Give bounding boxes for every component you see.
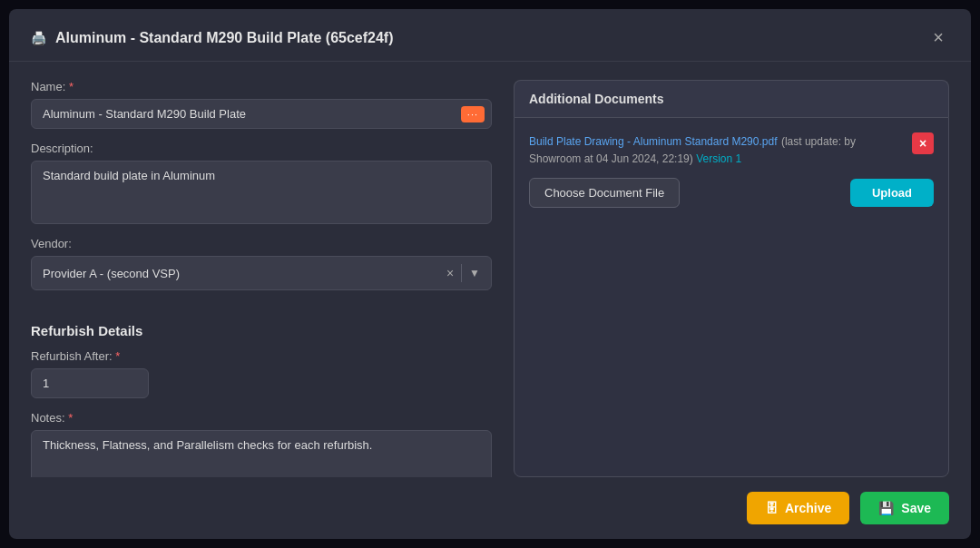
vendor-label: Vendor: bbox=[31, 237, 492, 250]
description-field-group: Description: Standard build plate in Alu… bbox=[31, 142, 492, 224]
name-field-group: Name: ··· bbox=[31, 80, 492, 129]
archive-button[interactable]: 🗄 Archive bbox=[747, 492, 849, 524]
doc-version: Version 1 bbox=[696, 152, 741, 165]
save-icon: 💾 bbox=[878, 501, 894, 515]
description-input[interactable]: Standard build plate in Aluminum bbox=[31, 161, 492, 224]
name-label: Name: bbox=[31, 80, 492, 93]
refurbish-after-field-group: Refurbish After: bbox=[31, 349, 492, 398]
name-input[interactable] bbox=[31, 99, 492, 129]
vendor-divider bbox=[461, 264, 462, 282]
save-button[interactable]: 💾 Save bbox=[860, 492, 949, 524]
vendor-field-group: Vendor: Provider A - (second VSP) × ▼ bbox=[31, 237, 492, 290]
modal-overlay: 🖨️ Aluminum - Standard M290 Build Plate … bbox=[0, 0, 980, 548]
choose-file-button[interactable]: Choose Document File bbox=[529, 178, 680, 208]
close-button[interactable]: × bbox=[927, 25, 949, 50]
modal-dialog: 🖨️ Aluminum - Standard M290 Build Plate … bbox=[9, 9, 971, 539]
vendor-value: Provider A - (second VSP) bbox=[43, 267, 443, 280]
modal-body: Name: ··· Description: Standard build pl… bbox=[9, 62, 971, 477]
notes-input[interactable]: Thickness, Flatness, and Parallelism che… bbox=[31, 430, 492, 477]
doc-remove-button[interactable]: × bbox=[912, 132, 934, 154]
doc-info-block: Build Plate Drawing - Aluminum Standard … bbox=[529, 132, 905, 167]
right-panel: Additional Documents Build Plate Drawing… bbox=[514, 80, 949, 477]
modal-title-icon: 🖨️ bbox=[31, 31, 46, 45]
vendor-select-wrapper: Provider A - (second VSP) × ▼ bbox=[31, 256, 492, 290]
name-options-button[interactable]: ··· bbox=[461, 106, 485, 122]
vendor-dropdown-button[interactable]: ▼ bbox=[466, 267, 484, 279]
refurbish-section: Refurbish Details Refurbish After: Notes… bbox=[31, 323, 492, 477]
modal-footer: 🗄 Archive 💾 Save bbox=[9, 477, 971, 539]
refurbish-after-label: Refurbish After: bbox=[31, 349, 492, 363]
vendor-clear-button[interactable]: × bbox=[443, 266, 457, 280]
doc-link-line: Build Plate Drawing - Aluminum Standard … bbox=[529, 132, 905, 167]
doc-link[interactable]: Build Plate Drawing - Aluminum Standard … bbox=[529, 135, 777, 148]
upload-button[interactable]: Upload bbox=[850, 179, 934, 207]
modal-title-text: Aluminum - Standard M290 Build Plate (65… bbox=[55, 30, 394, 46]
additional-docs-header: Additional Documents bbox=[514, 80, 949, 117]
additional-docs-body: Build Plate Drawing - Aluminum Standard … bbox=[514, 117, 949, 477]
refurbish-section-title: Refurbish Details bbox=[31, 323, 492, 338]
description-label: Description: bbox=[31, 142, 492, 155]
document-item: Build Plate Drawing - Aluminum Standard … bbox=[529, 132, 934, 167]
save-label: Save bbox=[901, 501, 931, 515]
refurbish-after-input[interactable] bbox=[31, 368, 149, 398]
modal-header: 🖨️ Aluminum - Standard M290 Build Plate … bbox=[9, 9, 971, 62]
modal-title: 🖨️ Aluminum - Standard M290 Build Plate … bbox=[31, 30, 394, 46]
left-panel: Name: ··· Description: Standard build pl… bbox=[31, 80, 492, 477]
archive-icon: 🗄 bbox=[765, 501, 778, 515]
notes-field-group: Notes: Thickness, Flatness, and Parallel… bbox=[31, 411, 492, 477]
archive-label: Archive bbox=[785, 501, 831, 515]
name-field-wrapper: ··· bbox=[31, 99, 492, 129]
doc-actions: Choose Document File Upload bbox=[529, 178, 934, 208]
notes-label: Notes: bbox=[31, 411, 492, 425]
